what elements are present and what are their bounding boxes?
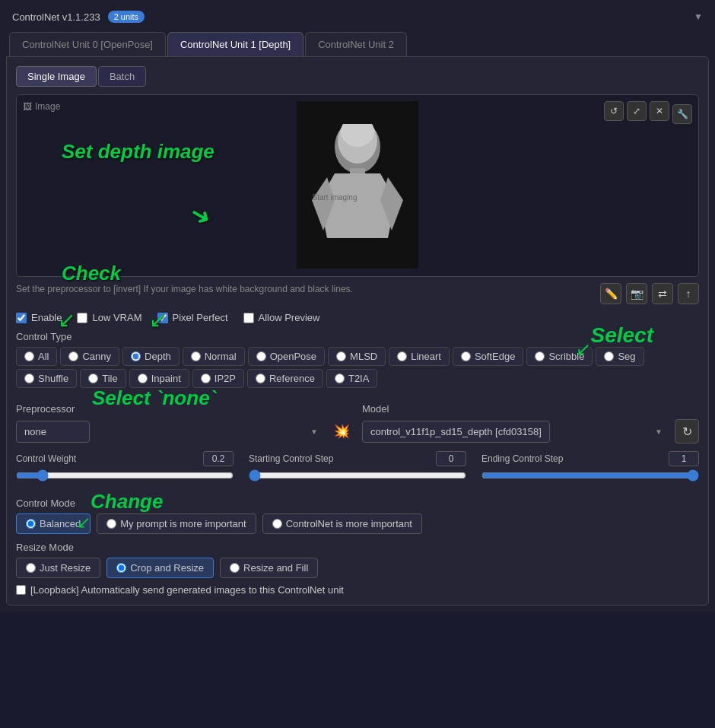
resize-mode-label: Resize Mode — [16, 542, 699, 553]
resize-just[interactable]: Just Resize — [16, 558, 100, 578]
preprocessor-label: Preprocessor — [16, 403, 353, 415]
enable-checkbox[interactable]: Enable — [16, 312, 62, 323]
svg-text:Start imaging: Start imaging — [313, 193, 358, 202]
radio-canny[interactable]: Canny — [60, 347, 119, 366]
star-button[interactable]: 💥 — [330, 419, 353, 443]
resize-crop[interactable]: Crop and Resize — [106, 558, 214, 578]
resize-mode-row: Just Resize Crop and Resize Resize and F… — [16, 558, 699, 578]
sub-tab-single[interactable]: Single Image — [16, 66, 97, 87]
radio-openpose[interactable]: OpenPose — [248, 347, 325, 366]
pixel-perfect-input[interactable] — [157, 313, 168, 323]
loopback-row: [Loopback] Automatically send generated … — [16, 584, 699, 596]
mode-balanced[interactable]: Balanced — [16, 513, 91, 534]
allow-preview-input[interactable] — [243, 313, 254, 323]
preprocessor-model-wrapper: Select `none` Preprocessor none depth_mi… — [16, 396, 699, 443]
sub-tabs: Single Image Batch — [16, 66, 699, 87]
tab-unit2[interactable]: ControlNet Unit 2 — [305, 32, 407, 56]
sliders-section: Control Weight 0.2 Starting Control Step… — [16, 451, 699, 484]
low-vram-checkbox[interactable]: Low VRAM — [77, 312, 141, 323]
tab-unit1[interactable]: ControlNet Unit 1 [Depth] — [167, 32, 303, 56]
svg-rect-8 — [297, 101, 418, 124]
radio-reference[interactable]: Reference — [247, 369, 323, 388]
control-mode-header: Control Mode Change — [16, 490, 699, 513]
control-weight-value: 0.2 — [203, 451, 234, 466]
close-btn[interactable]: ✕ — [650, 101, 669, 121]
image-content: Start imaging — [23, 101, 692, 269]
reset-btn[interactable]: ↺ — [604, 101, 624, 121]
radio-inpaint[interactable]: Inpaint — [129, 369, 189, 388]
control-type-section: Control Type Select ↙ All Canny Depth — [16, 331, 699, 388]
units-badge: 2 units — [108, 11, 145, 23]
loopback-label: [Loopback] Automatically send generated … — [30, 584, 344, 596]
starting-step-value: 0 — [436, 451, 466, 466]
preprocessor-select-wrapper: none depth_midas depth_zoe depth_leres i… — [16, 421, 324, 443]
header-dropdown-icon[interactable]: ▼ — [694, 11, 703, 22]
radio-shuffle[interactable]: Shuffle — [16, 369, 77, 388]
mode-my-prompt[interactable]: My prompt is more important — [97, 513, 256, 534]
control-type-label: Control Type — [16, 331, 699, 342]
preprocessor-select[interactable]: none depth_midas depth_zoe depth_leres i… — [16, 421, 90, 443]
preprocessor-col: Preprocessor none depth_midas depth_zoe … — [16, 396, 353, 443]
control-weight-label: Control Weight — [16, 453, 76, 464]
model-refresh-btn[interactable]: ↻ — [675, 419, 699, 443]
control-weight-slider[interactable] — [16, 469, 234, 482]
enable-input[interactable] — [16, 313, 27, 323]
radio-mlsd[interactable]: MLSD — [328, 347, 386, 366]
control-weight-group: Control Weight 0.2 — [16, 451, 234, 484]
starting-step-slider[interactable] — [249, 469, 466, 482]
image-icon: 🖼 — [23, 101, 32, 112]
model-select-wrapper: control_v11f1p_sd15_depth [cfd03158] — [362, 421, 669, 443]
tabs-row: ControlNet Unit 0 [OpenPose] ControlNet … — [6, 27, 709, 56]
radio-scribble[interactable]: Scribble — [526, 347, 593, 366]
control-mode-row: Balanced My prompt is more important Con… — [16, 513, 699, 534]
control-mode-wrapper: Control Mode Change ↙ Balanced My prompt… — [16, 490, 699, 534]
hint-toolbar-row: Set the preprocessor to [invert] If your… — [16, 283, 699, 304]
header-bar: ControlNet v1.1.233 2 units ▼ — [6, 6, 709, 27]
main-panel: Single Image Batch 🖼 Image ↺ ⤢ ✕ 🔧 — [6, 56, 709, 606]
radio-lineart[interactable]: Lineart — [389, 347, 450, 366]
sub-tab-batch[interactable]: Batch — [98, 66, 146, 87]
pencil-icon-btn[interactable]: ✏️ — [600, 283, 621, 304]
toolbar-icons: ✏️ 📷 ⇄ ↑ — [600, 283, 699, 304]
ending-step-value: 1 — [669, 451, 699, 466]
radio-ip2p[interactable]: IP2P — [192, 369, 244, 388]
expand-btn[interactable]: ⤢ — [627, 101, 647, 121]
app-title: ControlNet v1.1.233 — [12, 11, 100, 23]
resize-mode-section: Resize Mode Just Resize Crop and Resize … — [16, 542, 699, 578]
camera-icon-btn[interactable]: 📷 — [626, 283, 647, 304]
image-area: 🖼 Image ↺ ⤢ ✕ 🔧 — [16, 94, 699, 277]
model-col: Model control_v11f1p_sd15_depth [cfd0315… — [362, 396, 699, 443]
change-annotation: Change — [91, 490, 163, 513]
checkboxes-row: Enable Low VRAM Pixel Perfect Allow Prev… — [16, 312, 699, 323]
ending-step-slider[interactable] — [481, 469, 699, 482]
mode-controlnet[interactable]: ControlNet is more important — [262, 513, 422, 534]
radio-normal[interactable]: Normal — [183, 347, 245, 366]
swap-icon-btn[interactable]: ⇄ — [652, 283, 673, 304]
pixel-perfect-checkbox[interactable]: Pixel Perfect — [157, 312, 228, 323]
starting-step-group: Starting Control Step 0 — [249, 451, 466, 484]
upload-icon-btn[interactable]: ↑ — [678, 283, 699, 304]
image-label: 🖼 Image — [23, 101, 60, 112]
resize-fill[interactable]: Resize and Fill — [220, 558, 318, 578]
loopback-checkbox[interactable] — [16, 585, 26, 595]
radio-tile[interactable]: Tile — [80, 369, 126, 388]
radio-seg[interactable]: Seg — [596, 347, 644, 366]
model-select-row: control_v11f1p_sd15_depth [cfd03158] ↻ — [362, 419, 699, 443]
control-mode-label: Control Mode — [16, 498, 75, 509]
allow-preview-checkbox[interactable]: Allow Preview — [243, 312, 320, 323]
image-area-wrapper: 🖼 Image ↺ ⤢ ✕ 🔧 — [16, 94, 699, 277]
depth-image: Start imaging — [297, 101, 418, 269]
ending-step-group: Ending Control Step 1 — [481, 451, 699, 484]
radio-softedge[interactable]: SoftEdge — [453, 347, 524, 366]
ending-step-label: Ending Control Step — [481, 453, 563, 464]
model-select[interactable]: control_v11f1p_sd15_depth [cfd03158] — [362, 421, 550, 443]
preprocessor-select-row: none depth_midas depth_zoe depth_leres i… — [16, 419, 353, 443]
radio-t2ia[interactable]: T2IA — [326, 369, 377, 388]
hint-text: Set the preprocessor to [invert] If your… — [16, 283, 593, 296]
radio-depth[interactable]: Depth — [122, 347, 180, 366]
low-vram-input[interactable] — [77, 313, 87, 323]
control-weight-label-row: Control Weight 0.2 — [16, 451, 234, 466]
tab-unit0[interactable]: ControlNet Unit 0 [OpenPose] — [9, 32, 166, 56]
radio-all[interactable]: All — [16, 347, 57, 366]
wrench-btn[interactable]: 🔧 — [672, 104, 692, 124]
